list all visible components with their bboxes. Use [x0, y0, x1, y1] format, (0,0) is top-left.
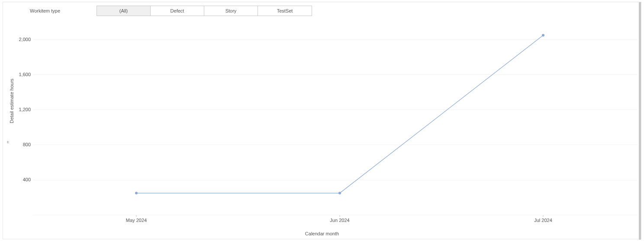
tab-label: Defect — [171, 8, 184, 13]
x-tick-label: May 2024 — [115, 218, 158, 223]
ylabel-prefix-icon: E — [7, 140, 9, 144]
y-tick-label: 1,600 — [13, 72, 31, 77]
svg-point-9 — [135, 192, 138, 194]
tab-label: Story — [225, 8, 237, 13]
tab-story[interactable]: Story — [204, 6, 258, 16]
x-axis-label: Calendar month — [3, 231, 641, 236]
svg-point-10 — [338, 192, 341, 194]
chart-frame: Workitem type (All) Defect Story TestSet… — [3, 2, 641, 239]
right-scroll-indicator — [639, 2, 641, 240]
y-tick-label: 2,000 — [13, 37, 31, 42]
chart-svg — [32, 18, 638, 224]
plot-area — [32, 18, 638, 224]
y-tick-label: 1,200 — [13, 107, 31, 112]
tab-testset[interactable]: TestSet — [258, 6, 312, 16]
tab-defect[interactable]: Defect — [151, 6, 204, 16]
filter-label: Workitem type — [30, 8, 60, 13]
x-tick-label: Jul 2024 — [522, 218, 565, 223]
y-axis-label: Detail estimate hours — [9, 79, 14, 123]
tab-all[interactable]: (All) — [97, 6, 151, 16]
x-tick-label: Jun 2024 — [318, 218, 361, 223]
tab-label: TestSet — [277, 8, 293, 13]
tab-label: (All) — [119, 8, 128, 13]
filter-tabs: (All) Defect Story TestSet — [97, 6, 312, 16]
y-tick-label: 800 — [13, 142, 31, 147]
y-tick-label: 400 — [13, 177, 31, 182]
svg-point-11 — [542, 34, 544, 36]
